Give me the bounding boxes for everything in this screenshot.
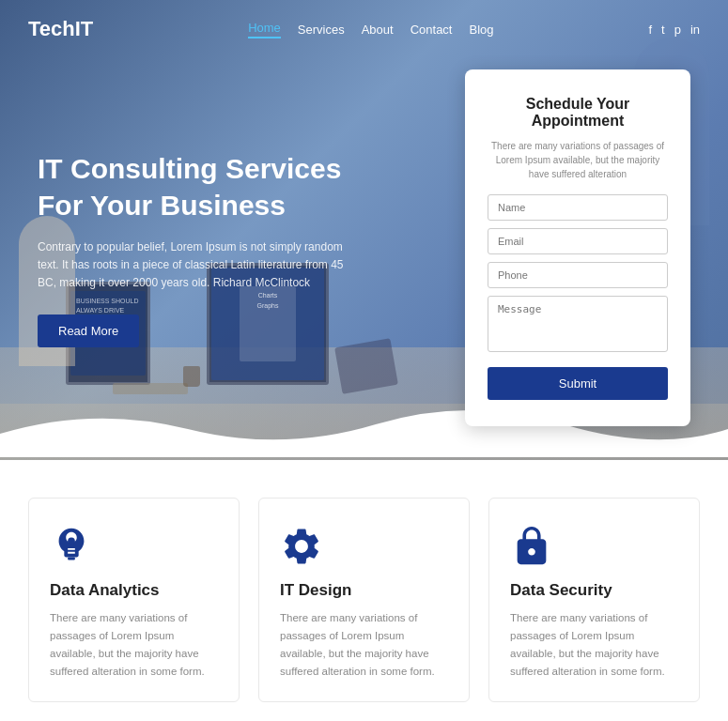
appointment-form: Submit xyxy=(488,194,668,400)
nav-links: Home Services About Contact Blog xyxy=(248,21,493,38)
facebook-icon[interactable]: f xyxy=(648,23,652,37)
email-input[interactable] xyxy=(488,228,668,254)
appointment-description: There are many variations of passages of… xyxy=(488,139,668,181)
site-logo: TechIT xyxy=(28,17,93,41)
svg-rect-1 xyxy=(68,558,75,560)
service-title-analytics: Data Analytics xyxy=(50,581,218,600)
appointment-title: Schedule Your Appointment xyxy=(488,96,668,130)
nav-contact[interactable]: Contact xyxy=(410,23,453,37)
svg-point-0 xyxy=(68,537,75,545)
lightbulb-icon xyxy=(50,525,93,568)
read-more-button[interactable]: Read More xyxy=(38,314,139,347)
service-data-security: Data Security There are many variations … xyxy=(488,498,700,702)
service-desc-analytics: There are many variations of passages of… xyxy=(50,609,218,681)
message-input[interactable] xyxy=(488,296,668,352)
services-section: Data Analytics There are many variations… xyxy=(0,460,728,721)
gear-icon xyxy=(280,525,323,568)
lock-icon xyxy=(510,525,553,568)
nav-blog[interactable]: Blog xyxy=(469,23,493,37)
hero-description: Contrary to popular belief, Lorem Ipsum … xyxy=(38,238,357,293)
pinterest-icon[interactable]: p xyxy=(674,23,681,37)
service-title-design: IT Design xyxy=(280,581,448,600)
service-it-design: IT Design There are many variations of p… xyxy=(258,498,470,702)
social-links: f t p in xyxy=(648,23,700,37)
service-desc-security: There are many variations of passages of… xyxy=(510,609,678,681)
nav-about[interactable]: About xyxy=(362,23,394,37)
linkedin-icon[interactable]: in xyxy=(690,23,700,37)
name-input[interactable] xyxy=(488,194,668,221)
appointment-card: Schedule Your Appointment There are many… xyxy=(465,69,690,426)
twitter-icon[interactable]: t xyxy=(661,23,665,37)
service-desc-design: There are many variations of passages of… xyxy=(280,609,448,681)
nav-home[interactable]: Home xyxy=(248,21,281,38)
services-grid: Data Analytics There are many variations… xyxy=(28,498,700,702)
hero-title: IT Consulting Services For Your Business xyxy=(38,150,357,223)
phone-input[interactable] xyxy=(488,262,668,288)
service-data-analytics: Data Analytics There are many variations… xyxy=(28,498,240,702)
navbar: TechIT Home Services About Contact Blog … xyxy=(0,0,728,58)
service-title-security: Data Security xyxy=(510,581,678,600)
submit-button[interactable]: Submit xyxy=(488,367,668,400)
nav-services[interactable]: Services xyxy=(298,23,345,37)
